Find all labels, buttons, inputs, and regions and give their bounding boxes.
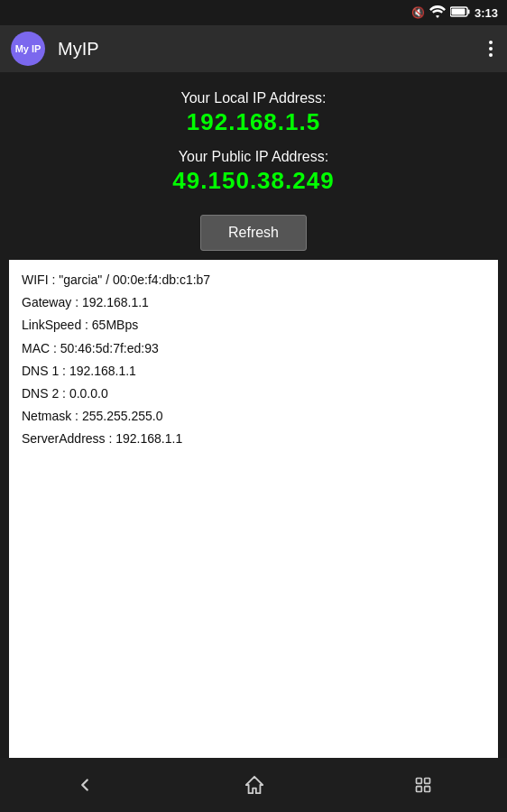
app-title: MyIP — [58, 39, 485, 60]
battery-icon — [450, 6, 470, 20]
status-time: 3:13 — [475, 6, 498, 20]
svg-rect-2 — [451, 8, 465, 14]
refresh-button[interactable]: Refresh — [200, 215, 307, 251]
recents-button[interactable] — [396, 769, 450, 801]
network-info-item: WIFI : "garcia" / 00:0e:f4:db:c1:b7 — [22, 269, 485, 291]
menu-dot-1 — [489, 41, 493, 44]
menu-dot-2 — [489, 47, 493, 51]
network-info-item: MAC : 50:46:5d:7f:ed:93 — [22, 337, 485, 360]
network-info-item: ServerAddress : 192.168.1.1 — [22, 428, 485, 450]
nav-bar — [0, 758, 507, 812]
mute-icon: 🔇 — [411, 6, 425, 19]
public-ip-label: Your Public IP Address: — [172, 149, 334, 165]
back-button[interactable] — [57, 768, 113, 802]
app-logo: My IP — [11, 32, 45, 66]
main-content: Your Local IP Address: 192.168.1.5 Your … — [0, 72, 507, 758]
local-ip-label: Your Local IP Address: — [181, 90, 327, 106]
public-ip-section: Your Public IP Address: 49.150.38.249 — [172, 142, 334, 195]
status-icons: 🔇 3:13 — [411, 5, 498, 21]
local-ip-value: 192.168.1.5 — [181, 108, 327, 136]
status-bar: 🔇 3:13 — [0, 0, 507, 25]
title-bar: My IP MyIP — [0, 25, 507, 72]
svg-rect-7 — [425, 787, 430, 792]
network-info-item: Gateway : 192.168.1.1 — [22, 291, 485, 314]
overflow-menu-button[interactable] — [485, 37, 496, 60]
public-ip-value: 49.150.38.249 — [172, 167, 334, 195]
svg-marker-3 — [246, 777, 263, 793]
wifi-icon — [429, 5, 446, 21]
home-button[interactable] — [226, 768, 282, 802]
network-info-item: DNS 2 : 0.0.0.0 — [22, 383, 485, 405]
network-info-panel: WIFI : "garcia" / 00:0e:f4:db:c1:b7Gatew… — [9, 260, 498, 758]
svg-rect-6 — [417, 787, 422, 792]
network-info-item: LinkSpeed : 65MBps — [22, 314, 485, 337]
network-info-item: Netmask : 255.255.255.0 — [22, 405, 485, 428]
menu-dot-3 — [489, 53, 493, 57]
network-info-item: DNS 1 : 192.168.1.1 — [22, 360, 485, 383]
svg-rect-1 — [467, 9, 469, 14]
svg-rect-5 — [425, 779, 430, 784]
local-ip-section: Your Local IP Address: 192.168.1.5 — [181, 90, 327, 136]
svg-rect-4 — [417, 779, 422, 784]
